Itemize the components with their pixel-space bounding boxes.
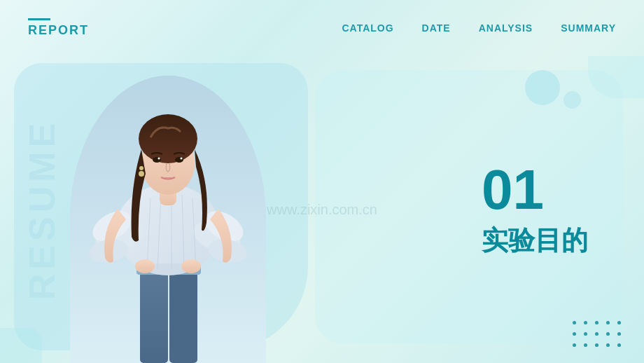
- nav-catalog[interactable]: CATALOG: [342, 22, 393, 34]
- nav-menu: CATALOG DATE ANALYSIS SUMMARY: [342, 22, 616, 34]
- svg-point-21: [158, 158, 160, 160]
- person-image: [70, 76, 266, 363]
- person-svg: [70, 76, 266, 363]
- svg-point-23: [139, 166, 144, 170]
- dot-5: [617, 321, 621, 324]
- bottom-left-decoration: [0, 328, 42, 363]
- dot-7: [584, 332, 587, 336]
- nav-analysis[interactable]: ANALYSIS: [479, 22, 533, 34]
- logo-text: REPORT: [28, 23, 89, 38]
- right-content: 01 实验目的: [482, 162, 588, 257]
- deco-circle-small: [564, 91, 581, 109]
- dot-13: [595, 343, 598, 347]
- nav-summary[interactable]: SUMMARY: [561, 22, 616, 34]
- logo-line: [28, 18, 50, 20]
- dot-10: [617, 332, 621, 336]
- svg-rect-1: [140, 272, 168, 363]
- dot-12: [584, 343, 587, 347]
- dot-grid: [573, 321, 623, 349]
- deco-circle-large: [525, 70, 560, 105]
- dot-3: [595, 321, 598, 324]
- section-title: 实验目的: [482, 225, 588, 257]
- dot-14: [606, 343, 610, 347]
- svg-point-26: [181, 259, 201, 273]
- main-content: RESUME: [0, 56, 644, 363]
- dot-8: [595, 332, 598, 336]
- svg-point-25: [135, 259, 155, 273]
- dot-1: [573, 321, 576, 324]
- logo-area: REPORT: [28, 18, 89, 38]
- dot-15: [617, 343, 621, 347]
- dot-2: [584, 321, 587, 324]
- svg-point-18: [139, 114, 197, 163]
- nav-date[interactable]: DATE: [422, 22, 451, 34]
- dot-9: [606, 332, 610, 336]
- dot-11: [573, 343, 576, 347]
- header: REPORT CATALOG DATE ANALYSIS SUMMARY: [0, 0, 644, 56]
- section-number: 01: [482, 162, 588, 218]
- dot-4: [606, 321, 610, 324]
- svg-point-22: [181, 158, 183, 160]
- dot-6: [573, 332, 576, 336]
- svg-point-24: [139, 171, 144, 177]
- svg-rect-2: [169, 272, 197, 363]
- person-container: [56, 69, 280, 363]
